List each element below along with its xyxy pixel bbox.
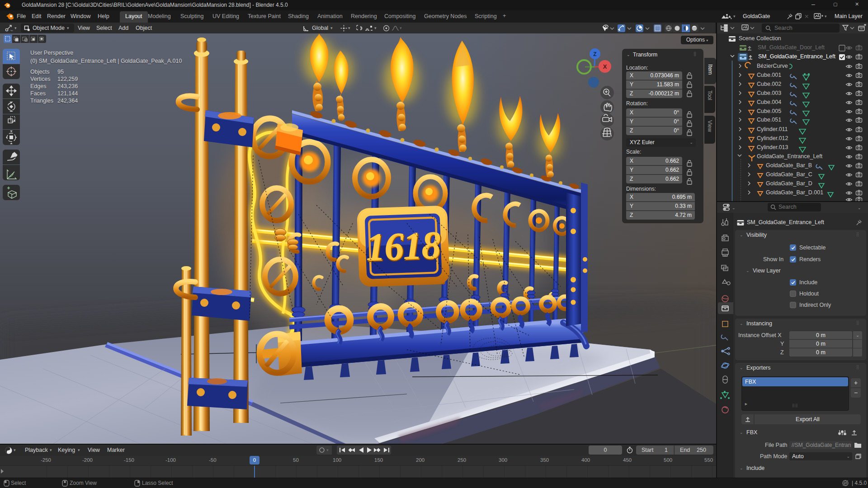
svg-text:1618: 1618 (365, 223, 441, 269)
svg-text:X: X (603, 63, 607, 70)
svg-text:Z: Z (593, 51, 596, 57)
